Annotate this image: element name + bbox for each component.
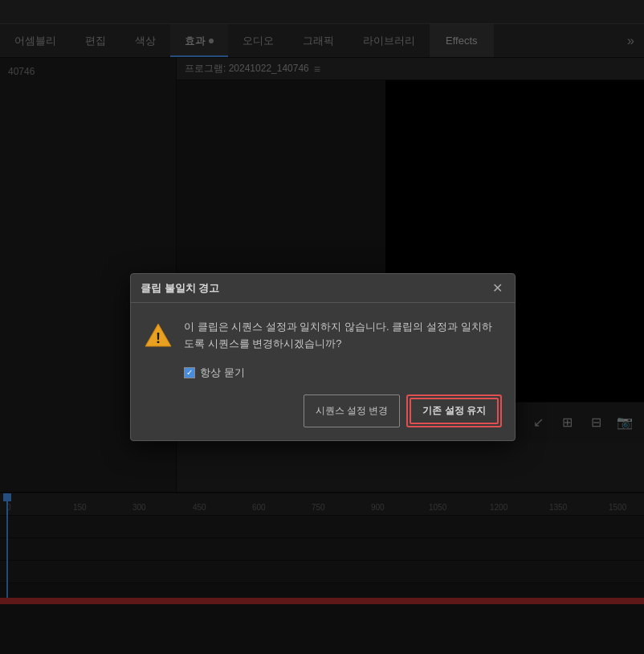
modal-title: 클립 불일치 경고 bbox=[141, 281, 219, 296]
modal-checkbox-row: ✓ 항상 묻기 bbox=[184, 366, 502, 380]
svg-text:!: ! bbox=[156, 330, 161, 346]
modal-close-button[interactable]: ✕ bbox=[489, 280, 505, 296]
always-ask-label: 항상 묻기 bbox=[200, 366, 245, 380]
modal-body: ! 이 클립은 시퀀스 설정과 일치하지 않습니다. 클립의 설정과 일치하 도… bbox=[131, 303, 515, 440]
modal-message-text: 이 클립은 시퀀스 설정과 일치하지 않습니다. 클립의 설정과 일치하 도록 … bbox=[184, 319, 492, 353]
keep-settings-button[interactable]: 기존 설정 유지 bbox=[410, 398, 499, 424]
keep-settings-button-wrapper: 기존 설정 유지 bbox=[406, 394, 502, 427]
always-ask-checkbox[interactable]: ✓ bbox=[184, 367, 195, 378]
modal-dialog: 클립 불일치 경고 ✕ ! 이 클립은 시퀀스 설정과 일치하지 않습니다. 클… bbox=[130, 273, 516, 441]
change-sequence-settings-button[interactable]: 시퀀스 설정 변경 bbox=[304, 394, 401, 427]
modal-title-bar: 클립 불일치 경고 ✕ bbox=[131, 274, 515, 303]
warning-icon: ! bbox=[144, 321, 173, 349]
modal-buttons: 시퀀스 설정 변경 기존 설정 유지 bbox=[144, 394, 502, 427]
modal-overlay: 클립 불일치 경고 ✕ ! 이 클립은 시퀀스 설정과 일치하지 않습니다. 클… bbox=[0, 0, 644, 654]
modal-message-row: ! 이 클립은 시퀀스 설정과 일치하지 않습니다. 클립의 설정과 일치하 도… bbox=[144, 319, 502, 353]
